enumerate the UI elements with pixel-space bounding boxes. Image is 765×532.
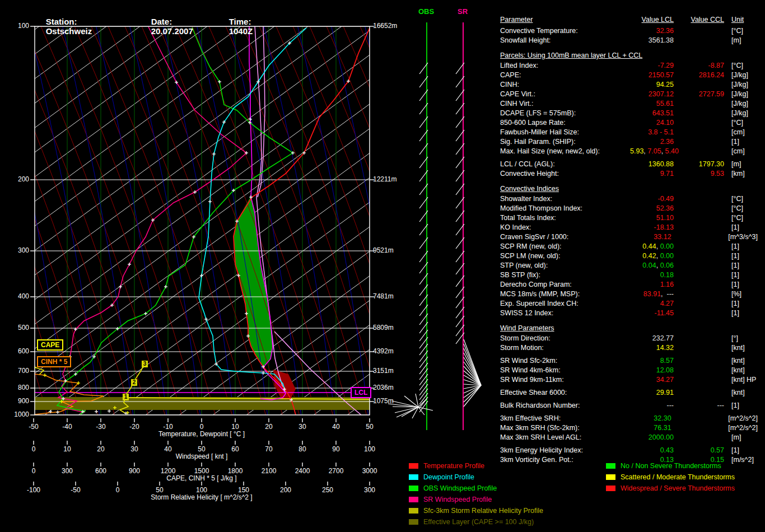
- row-label: Fawbush-Miller Hail Size:: [500, 128, 630, 137]
- table-row: STP (new, old):0.04, 0.06[1]: [500, 261, 758, 270]
- row-label: SR Wind 9km-11km:: [500, 375, 630, 385]
- axis-tick-label: 300: [364, 486, 375, 494]
- row-unit: [km]: [724, 169, 745, 179]
- axis-tick-label: 1800: [228, 467, 243, 475]
- row-unit: [knt]: [724, 356, 745, 366]
- axis-title: CAPE, CINH * 5 [ J/kg ]: [166, 474, 236, 482]
- row-value: [674, 80, 724, 90]
- row-label: Max. Hail Size (new, new2, old):: [500, 147, 630, 156]
- row-label: SB STP (fix):: [500, 270, 630, 280]
- legend-swatch: [409, 508, 418, 514]
- row-value: -18.13: [630, 223, 674, 232]
- altitude-label: 4392m: [373, 347, 394, 355]
- table-row: Convective Height:9.719.53[km]: [500, 169, 758, 179]
- section-title: Parcels: Using 100mB mean layer LCL + CC…: [500, 49, 758, 61]
- table-row: CINH:94.25[J/kg]: [500, 80, 758, 90]
- row-label: Craven SigSvr / 1000:: [500, 232, 628, 242]
- pressure-label: 800: [9, 384, 29, 391]
- axis-tick-label: 2100: [262, 467, 277, 475]
- row-value: 51.10: [630, 213, 674, 223]
- legend-item: SR Windspeed Profile: [409, 494, 543, 505]
- table-row: Craven SigSvr / 1000:33.12[m^3/s^3]: [500, 232, 758, 242]
- cape-box-label: CAPE: [37, 339, 63, 351]
- row-value: 52.36: [630, 204, 674, 213]
- row-unit: [1]: [724, 401, 739, 410]
- table-row: 850-600 Lapse Rate:24.10[°C]: [500, 118, 758, 128]
- row-value: [674, 26, 724, 36]
- legend-label: Dewpoint Profile: [423, 473, 474, 481]
- row-value: [674, 213, 724, 223]
- row-value: [674, 309, 724, 318]
- profile-legend: Temperature ProfileDewpoint ProfileOBS W…: [409, 460, 543, 528]
- axis-tick-label: -50: [29, 423, 38, 431]
- row-unit: [1]: [724, 270, 739, 280]
- table-row: CINH Virt.:55.61[J/kg]: [500, 99, 758, 109]
- row-value: [674, 366, 724, 375]
- table-row: SCP RM (new, old):0.44, 0.00[1]: [500, 242, 758, 251]
- row-value: -7.29: [630, 61, 674, 71]
- row-unit: [1]: [724, 251, 739, 261]
- table-row: Bulk Richardson Number:------[1]: [500, 401, 758, 410]
- axis-tick-label: -20: [129, 423, 139, 431]
- row-value: 94.25: [630, 80, 674, 90]
- row-label: Bulk Richardson Number:: [500, 401, 630, 410]
- srh-km-marker: 1: [123, 394, 129, 400]
- row-unit: [knt]: [724, 366, 745, 375]
- row-label: CINH Virt.:: [500, 99, 630, 109]
- row-value: [674, 388, 724, 398]
- row-label: SCP LM (new, old):: [500, 251, 630, 261]
- legend-label: Widespread / Severe Thunderstorms: [621, 484, 735, 492]
- legend-swatch: [409, 497, 418, 502]
- axis-tick-label: -40: [62, 423, 72, 431]
- row-unit: [m]: [724, 433, 741, 442]
- table-row: SB STP (fix):0.18[1]: [500, 270, 758, 280]
- row-label: Effective Shear 6000:: [500, 388, 630, 398]
- row-value: [674, 334, 724, 343]
- row-value: 1797.30: [674, 160, 724, 169]
- row-value: 34.27: [630, 375, 674, 385]
- lcl-box-label: LCL: [351, 387, 371, 398]
- srh-km-marker: 2: [131, 379, 137, 386]
- legend-label: No / Non Severe Thunderstorms: [621, 462, 721, 470]
- row-value: 2.36: [630, 137, 674, 147]
- row-unit: [1]: [724, 299, 739, 309]
- legend-swatch: [409, 486, 418, 491]
- legend-swatch: [409, 519, 418, 525]
- time-label: Time:: [229, 17, 251, 26]
- axis-tick-label: 100: [364, 445, 375, 453]
- row-value: [674, 223, 724, 232]
- row-unit: [m^2/s^2]: [721, 423, 758, 433]
- row-label: Total Totals Index:: [500, 213, 630, 223]
- row-unit: [knt]: [724, 388, 745, 398]
- axis-tick-label: 0: [32, 467, 36, 475]
- row-unit: [cm]: [724, 147, 745, 156]
- cinh-box-label: CINH * 5: [37, 356, 71, 367]
- row-value: 3561.38: [630, 36, 674, 45]
- row-value: 0.44, 0.00: [630, 242, 674, 251]
- table-row: Showalter Index:-0.49[°C]: [500, 194, 758, 204]
- row-value: -8.87: [674, 61, 724, 71]
- column-header: Parameter: [500, 16, 533, 24]
- row-unit: [°C]: [724, 61, 743, 71]
- pressure-label: 1000: [9, 410, 29, 418]
- row-value: ---: [674, 401, 724, 410]
- section-title: Convective Indices: [500, 182, 758, 194]
- legend-label: OBS Windspeed Profile: [423, 484, 497, 492]
- table-row: Convective Temperature:32.36[°C]: [500, 26, 758, 36]
- row-value: [674, 147, 724, 156]
- row-label: Max 3km SRH Level AGL:: [500, 433, 630, 442]
- table-row: DCAPE (LFS = 575mB):643.51[J/kg]: [500, 109, 758, 118]
- axis-tick-label: 40: [164, 445, 171, 453]
- axis-tick-label: 90: [332, 445, 339, 453]
- axis-tick-label: 10: [63, 445, 71, 453]
- row-value: [674, 99, 724, 109]
- srh-km-marker: 3: [142, 361, 148, 367]
- row-value: [674, 343, 724, 353]
- altitude-label: 9521m: [373, 246, 394, 254]
- row-value: 0.04, 0.06: [630, 261, 674, 270]
- row-value: [674, 118, 724, 128]
- table-header-row: ParameterValue LCLValue CCLUnit: [500, 15, 758, 26]
- row-value: [674, 375, 724, 385]
- row-unit: [°C]: [724, 194, 743, 204]
- legend-swatch: [606, 463, 615, 469]
